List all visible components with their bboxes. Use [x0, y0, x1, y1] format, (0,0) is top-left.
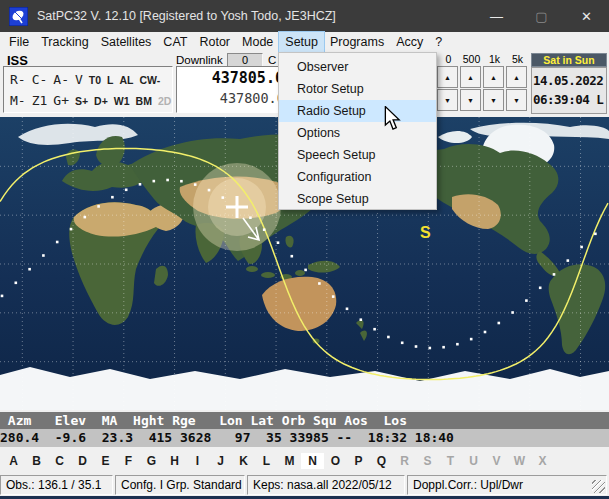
- downlink-offset-field[interactable]: 0: [227, 53, 263, 67]
- telemetry-values: 280.4 -9.6 23.3 415 3628 97 35 33985 -- …: [0, 429, 609, 447]
- satellite-letter-J[interactable]: J: [209, 453, 232, 469]
- mode-button-g[interactable]: G+: [53, 93, 69, 108]
- satpc32-window: SatPC32 V. 12.10 [Registered to Yosh Tod…: [0, 0, 609, 499]
- setup-menu-item-observer[interactable]: Observer: [279, 56, 436, 78]
- mode-button-l[interactable]: L: [107, 74, 113, 86]
- satellite-letter-P[interactable]: P: [347, 453, 370, 469]
- mode-button-d[interactable]: D+: [94, 95, 108, 107]
- satellite-letter-D[interactable]: D: [71, 453, 94, 469]
- menubar-item-setup[interactable]: Setup: [279, 32, 324, 52]
- spinner-0: ▲▼: [437, 66, 458, 111]
- menubar-item-[interactable]: ?: [429, 32, 448, 52]
- mode-button-bm[interactable]: BM: [136, 95, 152, 107]
- spin-up-0[interactable]: ▲: [437, 66, 458, 88]
- maximize-button[interactable]: ▢: [519, 0, 564, 32]
- menubar-item-programs[interactable]: Programs: [324, 32, 390, 52]
- satellite-letter-O[interactable]: O: [324, 453, 347, 469]
- statusbar-keps: Keps: nasa.all 2022/05/12: [247, 475, 405, 495]
- satellite-letter-T: T: [439, 453, 462, 469]
- mode-buttons-panel: R-C-A-VT0LALCW- M-Z1G+S+D+W1BM2D: [3, 66, 173, 113]
- spin-up-1k[interactable]: ▲: [483, 66, 504, 88]
- time-display: 06:39:04 L: [533, 90, 605, 109]
- satellite-letter-R: R: [393, 453, 416, 469]
- spinner-1k: ▲▼: [483, 66, 504, 111]
- menubar: FileTrackingSatellitesCATRotorModeSetupP…: [0, 32, 609, 52]
- mode-button-t0[interactable]: T0: [89, 74, 101, 86]
- satellite-letter-N[interactable]: N: [301, 453, 324, 469]
- mode-button-cw[interactable]: CW-: [139, 74, 160, 86]
- statusbar-doppler: Doppl.Corr.: Upl/Dwr: [407, 475, 607, 495]
- spin-up-5k[interactable]: ▲: [506, 66, 527, 88]
- sun-status-badge: Sat in Sun: [531, 53, 607, 67]
- mouse-cursor: [384, 106, 401, 131]
- menubar-item-accy[interactable]: Accy: [390, 32, 429, 52]
- mode-buttons-row2: M-Z1G+S+D+W1BM2D: [10, 90, 172, 111]
- setup-menu-item-speech-setup[interactable]: Speech Setup: [279, 144, 436, 166]
- satellite-letter-G[interactable]: G: [140, 453, 163, 469]
- menubar-item-file[interactable]: File: [3, 32, 35, 52]
- satellite-letter-E[interactable]: E: [94, 453, 117, 469]
- setup-menu-popup: ObserverRotor SetupRadio SetupOptionsSpe…: [278, 52, 437, 210]
- spin-up-500[interactable]: ▲: [460, 66, 481, 88]
- mode-button-m[interactable]: M-: [10, 93, 26, 108]
- mode-button-v[interactable]: V: [75, 72, 83, 87]
- menubar-item-rotor[interactable]: Rotor: [193, 32, 236, 52]
- setup-menu-item-radio-setup[interactable]: Radio Setup: [279, 100, 436, 122]
- statusbar: Obs.: 136.1 / 35.1Confg. I Grp. Standard…: [0, 474, 609, 496]
- satellite-letter-W: W: [508, 453, 531, 469]
- mode-buttons-row1: R-C-A-VT0LALCW-: [10, 69, 172, 90]
- downlink-mode-label: C: [268, 54, 276, 66]
- mode-button-w1[interactable]: W1: [114, 95, 130, 107]
- app-icon: [9, 7, 28, 26]
- statusbar-observer: Obs.: 136.1 / 35.1: [0, 475, 113, 495]
- mode-button-s[interactable]: S+: [75, 95, 88, 107]
- step-label-500: 500: [460, 53, 483, 65]
- satellite-letter-H[interactable]: H: [163, 453, 186, 469]
- satellite-letter-X: X: [531, 453, 554, 469]
- spinner-5k: ▲▼: [506, 66, 527, 111]
- step-label-0: 0: [437, 53, 460, 65]
- satellite-letter-A[interactable]: A: [2, 453, 25, 469]
- mode-button-a[interactable]: A-: [53, 72, 69, 87]
- step-label-5k: 5k: [506, 53, 529, 65]
- menubar-item-cat[interactable]: CAT: [157, 32, 193, 52]
- datetime-panel: 14.05.2022 06:39:04 L: [531, 67, 607, 114]
- close-button[interactable]: ✕: [564, 0, 609, 32]
- satellite-letter-F[interactable]: F: [117, 453, 140, 469]
- doppler-frequency: 437805.61: [177, 69, 293, 87]
- mode-button-r[interactable]: R-: [10, 72, 26, 87]
- setup-menu-item-configuration[interactable]: Configuration: [279, 166, 436, 188]
- satellite-letter-L[interactable]: L: [255, 453, 278, 469]
- mode-button-al[interactable]: AL: [119, 74, 133, 86]
- step-label-1k: 1k: [483, 53, 506, 65]
- satellite-letter-B[interactable]: B: [25, 453, 48, 469]
- spin-down-500[interactable]: ▼: [460, 89, 481, 111]
- mode-button-2d[interactable]: 2D: [158, 95, 171, 107]
- menubar-item-mode[interactable]: Mode: [236, 32, 279, 52]
- mode-button-c[interactable]: C-: [32, 72, 48, 87]
- spin-down-0[interactable]: ▼: [437, 89, 458, 111]
- menubar-item-tracking[interactable]: Tracking: [35, 32, 94, 52]
- minimize-button[interactable]: —: [474, 0, 519, 32]
- tuning-spinners: ▲▼▲▼▲▼▲▼: [437, 66, 527, 111]
- satellite-letter-V: V: [485, 453, 508, 469]
- spin-down-5k[interactable]: ▼: [506, 89, 527, 111]
- satellite-letter-M[interactable]: M: [278, 453, 301, 469]
- spinner-500: ▲▼: [460, 66, 481, 111]
- downlink-label: Downlink: [176, 54, 223, 66]
- setup-menu-item-rotor-setup[interactable]: Rotor Setup: [279, 78, 436, 100]
- menubar-item-satellites[interactable]: Satellites: [95, 32, 158, 52]
- statusbar-config: Confg. I Grp. Standard: [115, 475, 245, 495]
- satellite-letter-I[interactable]: I: [186, 453, 209, 469]
- satellite-letter-U: U: [462, 453, 485, 469]
- satellite-letter-K[interactable]: K: [232, 453, 255, 469]
- tuning-step-labels: 05001k5k: [437, 53, 529, 65]
- resize-grip[interactable]: [592, 480, 605, 493]
- telemetry-header: Azm Elev MA Hght Rge Lon Lat Orb Squ Aos…: [0, 412, 609, 429]
- satellite-letter-Q[interactable]: Q: [370, 453, 393, 469]
- mode-button-z1[interactable]: Z1: [32, 93, 48, 108]
- setup-menu-item-options[interactable]: Options: [279, 122, 436, 144]
- satellite-letter-C[interactable]: C: [48, 453, 71, 469]
- spin-down-1k[interactable]: ▼: [483, 89, 504, 111]
- setup-menu-item-scope-setup[interactable]: Scope Setup: [279, 188, 436, 210]
